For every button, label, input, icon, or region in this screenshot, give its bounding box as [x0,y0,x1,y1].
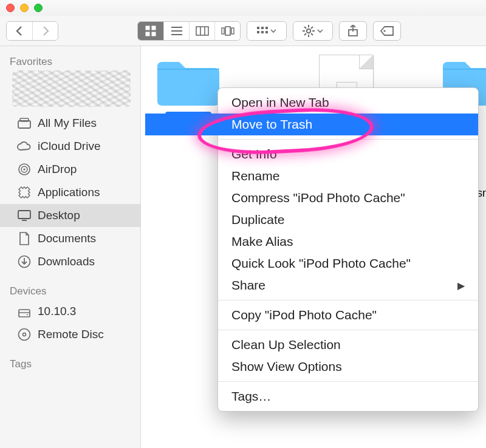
icloud-icon [17,139,32,154]
svg-point-19 [307,29,310,32]
redacted-area [12,70,131,107]
view-coverflow-button[interactable] [214,22,240,40]
sidebar-item-label: Applications [38,186,100,199]
svg-line-27 [311,27,313,29]
action-dropdown[interactable] [293,21,333,41]
sidebar-item-label: 10.10.3 [38,305,76,318]
view-list-button[interactable] [163,22,189,40]
airdrop-icon [17,162,32,177]
context-menu-item-open-new-tab[interactable]: Open in New Tab [218,92,478,114]
svg-rect-15 [265,27,268,29]
context-menu: Open in New Tab Move to Trash Get Info R… [217,87,479,412]
svg-rect-31 [18,121,30,128]
fullscreen-window-button[interactable] [34,4,43,12]
sidebar-item-label: Desktop [38,209,80,222]
sidebar-item-label: Documents [38,232,96,245]
finder-sidebar: Favorites All My Files iCloud Drive AirD… [0,46,141,448]
svg-line-26 [304,33,306,35]
context-menu-item-clean-up[interactable]: Clean Up Selection [218,334,478,356]
svg-rect-18 [265,31,268,33]
context-menu-item-get-info[interactable]: Get Info [218,143,478,165]
disk-icon [17,304,32,319]
svg-line-24 [304,27,306,29]
sidebar-item-label: AirDrop [38,163,77,176]
svg-point-30 [383,30,385,32]
context-menu-separator [218,300,478,300]
context-menu-item-share[interactable]: Share ▶ [218,274,478,296]
svg-rect-17 [261,31,264,33]
applications-icon [17,185,32,200]
svg-rect-40 [19,310,30,317]
sidebar-item-label: All My Files [38,117,97,130]
sidebar-item-desktop[interactable]: Desktop [0,204,140,227]
sidebar-item-label: Remote Disc [38,328,104,341]
view-icons-button[interactable] [138,22,163,40]
context-menu-separator [218,330,478,330]
context-menu-item-duplicate[interactable]: Duplicate [218,209,478,231]
svg-rect-3 [152,32,156,36]
tags-button[interactable] [373,21,401,41]
sidebar-item-label: Downloads [38,255,95,268]
view-columns-button[interactable] [189,22,214,40]
remote-disc-icon [17,327,32,342]
context-menu-item-compress[interactable]: Compress "iPod Photo Cache" [218,187,478,209]
svg-point-35 [23,168,25,170]
finder-toolbar [0,16,486,46]
all-my-files-icon [17,116,32,131]
context-menu-item-make-alias[interactable]: Make Alias [218,231,478,253]
sidebar-heading-favorites: Favorites [0,52,140,70]
svg-rect-7 [196,27,208,35]
sidebar-item-remote-disc[interactable]: Remote Disc [0,323,140,346]
svg-point-42 [27,314,28,316]
share-button[interactable] [339,21,367,41]
back-button[interactable] [7,22,32,40]
desktop-icon [17,208,32,223]
svg-rect-11 [222,28,224,34]
close-window-button[interactable] [6,4,15,12]
context-menu-item-tags[interactable]: Tags… [218,385,478,407]
window-titlebar [0,0,486,16]
context-menu-separator [218,381,478,382]
svg-line-25 [311,33,313,35]
submenu-arrow-icon: ▶ [457,280,465,291]
svg-point-43 [19,329,30,341]
arrange-dropdown[interactable] [247,21,287,41]
downloads-icon [17,254,32,269]
svg-rect-2 [146,32,149,36]
documents-icon [17,231,32,246]
sidebar-item-applications[interactable]: Applications [0,181,140,204]
sidebar-item-airdrop[interactable]: AirDrop [0,158,140,181]
context-menu-item-copy[interactable]: Copy "iPod Photo Cache" [218,304,478,326]
svg-rect-16 [257,31,259,33]
svg-rect-10 [225,27,230,35]
view-mode-segment [137,21,241,41]
svg-rect-12 [231,28,234,34]
svg-rect-32 [20,118,29,121]
sidebar-item-disk[interactable]: 10.10.3 [0,300,140,323]
sidebar-heading-tags: Tags [0,355,140,373]
forward-button[interactable] [32,22,58,40]
svg-rect-36 [18,211,30,219]
svg-rect-14 [261,27,264,29]
svg-rect-1 [152,26,156,30]
context-menu-item-rename[interactable]: Rename [218,165,478,187]
sidebar-item-icloud-drive[interactable]: iCloud Drive [0,135,140,158]
sidebar-item-all-my-files[interactable]: All My Files [0,112,140,135]
sidebar-heading-devices: Devices [0,282,140,300]
svg-rect-0 [146,26,149,30]
folder-icon [155,55,222,108]
context-menu-separator [218,139,478,140]
svg-rect-13 [257,27,259,29]
context-menu-item-quick-look[interactable]: Quick Look "iPod Photo Cache" [218,253,478,274]
context-menu-item-move-to-trash[interactable]: Move to Trash [218,114,478,135]
sidebar-item-label: iCloud Drive [38,140,100,153]
nav-back-forward [6,21,58,41]
svg-point-44 [23,333,26,336]
sidebar-item-documents[interactable]: Documents [0,227,140,250]
minimize-window-button[interactable] [20,4,29,12]
sidebar-item-downloads[interactable]: Downloads [0,250,140,273]
context-menu-item-view-options[interactable]: Show View Options [218,356,478,378]
